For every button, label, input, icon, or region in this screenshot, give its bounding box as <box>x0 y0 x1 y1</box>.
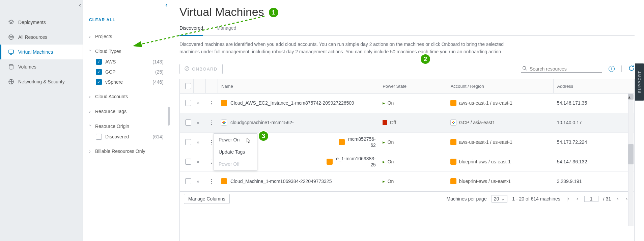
filter-group-resource-tags[interactable]: › Resource Tags <box>89 106 164 117</box>
aws-icon <box>450 100 456 106</box>
svg-rect-4 <box>9 50 13 53</box>
nav-item-deployments[interactable]: Deployments <box>0 15 83 30</box>
table-row[interactable]: » ⋮ cloudgcpmachine1-mcm1562- Off GCP / … <box>180 113 634 133</box>
svg-point-1 <box>9 35 13 39</box>
expand-icon[interactable]: » <box>197 120 199 125</box>
aws-icon <box>221 178 227 184</box>
svg-point-14 <box>223 121 225 122</box>
aws-icon <box>221 100 227 106</box>
row-checkbox[interactable] <box>185 159 191 165</box>
nav-label: Deployments <box>18 20 46 25</box>
filter-option-aws[interactable]: ✓AWS (143) <box>96 57 164 67</box>
block-icon <box>185 66 189 72</box>
filter-group-label: Projects <box>95 34 112 39</box>
support-tab[interactable]: SUPPORT <box>635 63 644 101</box>
expand-icon[interactable]: » <box>197 179 199 184</box>
aws-icon <box>450 178 456 184</box>
tab-managed[interactable]: Managed <box>217 23 236 35</box>
checkbox-icon: ✓ <box>96 59 102 65</box>
ctx-update-tags[interactable]: Update Tags <box>214 146 257 158</box>
row-checkbox[interactable] <box>185 119 191 126</box>
expand-icon[interactable]: » <box>197 100 199 106</box>
gcp-icon <box>450 119 456 126</box>
filter-scroll-thumb[interactable] <box>168 107 170 126</box>
page-prev[interactable]: ‹ <box>575 196 580 202</box>
chevron-down-icon: › <box>88 50 93 53</box>
aws-icon <box>450 159 456 165</box>
col-power[interactable]: Power State <box>383 84 407 89</box>
chevron-right-icon: › <box>89 34 92 39</box>
row-checkbox[interactable] <box>185 139 191 145</box>
annotation-3: 3 <box>258 130 269 142</box>
nav-label: Volumes <box>18 64 36 70</box>
filter-option-count: (25) <box>155 69 164 75</box>
filter-group-cloud-accounts[interactable]: › Cloud Accounts <box>89 91 164 102</box>
address: 54.173.72.224 <box>557 139 587 145</box>
ctx-power-off: Power Off <box>214 158 257 170</box>
grid-scroll-thumb[interactable] <box>628 144 634 164</box>
per-page-label: Machines per page <box>447 196 487 202</box>
filter-option-vsphere[interactable]: ✓vSphere (446) <box>96 77 164 87</box>
search-input[interactable] <box>530 66 600 72</box>
grid-scroll-up[interactable]: ▴ <box>628 94 634 100</box>
col-address[interactable]: Address <box>557 84 573 89</box>
row-checkbox[interactable] <box>185 100 191 106</box>
page-next[interactable]: › <box>616 196 620 202</box>
refresh-icon[interactable] <box>628 65 635 73</box>
nav-item-all-resources[interactable]: All Resources <box>0 30 83 45</box>
expand-icon[interactable]: » <box>197 139 199 145</box>
page-first[interactable]: |‹ <box>565 196 570 202</box>
row-actions-icon[interactable]: ⋮ <box>209 100 214 106</box>
filter-collapse-icon[interactable]: ‹‹ <box>165 2 166 8</box>
per-page-value: 20 <box>494 196 499 202</box>
filter-group-resource-origin[interactable]: › Resource Origin <box>89 121 164 132</box>
filter-panel: ‹‹ CLEAR ALL › Projects › Cloud Types ✓A… <box>83 0 170 241</box>
filter-group-projects[interactable]: › Projects <box>89 31 164 42</box>
onboard-button[interactable]: ONBOARD <box>179 64 223 74</box>
checkbox-icon: ✓ <box>96 69 102 75</box>
col-name[interactable]: Name <box>221 84 233 89</box>
search-input-wrap[interactable] <box>521 65 602 73</box>
nav-item-volumes[interactable]: Volumes <box>0 59 83 74</box>
manage-columns-button[interactable]: Manage Columns <box>184 194 230 204</box>
filter-group-label: Billable Resources Only <box>95 149 145 154</box>
filter-option-gcp[interactable]: ✓GCP (25) <box>96 67 164 77</box>
nav-collapse-icon[interactable]: ‹‹ <box>79 2 79 8</box>
nav-item-virtual-machines[interactable]: Virtual Machines <box>0 45 83 59</box>
col-account[interactable]: Account / Region <box>451 84 484 89</box>
cursor-icon <box>247 137 251 144</box>
expand-icon[interactable]: » <box>197 159 199 164</box>
row-actions-icon[interactable]: ⋮ <box>209 179 214 184</box>
page-current-input[interactable]: 1 <box>584 196 598 202</box>
clear-all-link[interactable]: CLEAR ALL <box>83 15 170 29</box>
table-row[interactable]: » ⋮ Cloud_AWS_EC2_Instance_1-mcm875742-2… <box>180 93 634 113</box>
filter-group-cloud-types[interactable]: › Cloud Types <box>89 46 164 57</box>
filter-option-discovered[interactable]: Discovered (614) <box>96 132 164 142</box>
nav-item-networking[interactable]: Networking & Security <box>0 74 83 89</box>
svg-point-16 <box>223 123 225 124</box>
power-on-icon: ▸ <box>383 100 385 106</box>
row-actions-icon[interactable]: ⋮ <box>209 120 214 126</box>
address: 10.140.0.17 <box>557 120 582 125</box>
grid-header: Name Power State Account / Region Addres… <box>180 79 634 93</box>
aws-icon <box>450 139 456 145</box>
info-icon[interactable]: i <box>609 66 615 72</box>
chevron-right-icon: › <box>89 94 92 99</box>
power-state: Off <box>390 120 396 125</box>
deployments-icon <box>8 19 14 25</box>
page-description: Discovered machines are identified when … <box>179 41 517 56</box>
row-checkbox[interactable] <box>185 178 191 184</box>
power-on-icon: ▸ <box>383 139 385 145</box>
nav-label: Networking & Security <box>18 79 65 84</box>
select-all-checkbox[interactable] <box>185 83 191 89</box>
tab-discovered[interactable]: Discovered <box>179 23 203 36</box>
filter-group-billable[interactable]: › Billable Resources Only <box>89 146 164 157</box>
per-page-select[interactable]: 20⌄ <box>492 195 508 203</box>
chevron-down-icon: ⌄ <box>501 196 505 202</box>
table-row[interactable]: » ⋮ Cloud_Machine_1-mcm1069384-222049773… <box>180 172 634 191</box>
tabs: Discovered Managed <box>179 23 635 36</box>
filter-option-count: (143) <box>152 59 164 64</box>
nav-label: All Resources <box>18 34 47 40</box>
chevron-down-icon: › <box>88 125 93 128</box>
onboard-label: ONBOARD <box>192 66 218 72</box>
